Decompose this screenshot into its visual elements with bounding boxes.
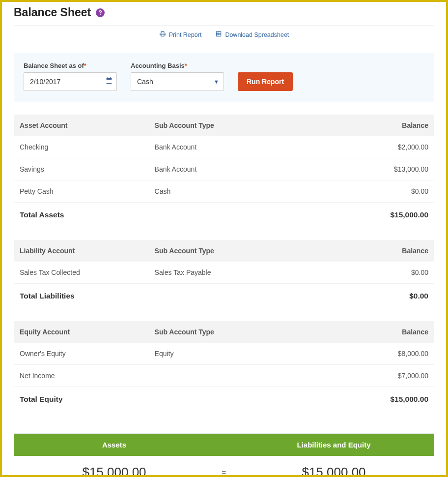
equity-header-bal: Balance <box>306 328 428 336</box>
table-row: Net Income $7,000.00 <box>14 365 434 387</box>
spreadsheet-icon <box>215 30 222 39</box>
page-title-row: Balance Sheet ? <box>14 6 434 19</box>
assets-total-row: Total Assets $15,000.00 <box>14 203 434 227</box>
basis-label: Accounting Basis* <box>131 62 224 69</box>
summary-assets-label: Assets <box>14 434 214 456</box>
cell-name: Net Income <box>20 372 155 380</box>
equity-header-row: Equity Account Sub Account Type Balance <box>14 321 434 343</box>
table-row: Owner's Equity Equity $8,000.00 <box>14 343 434 365</box>
filter-panel: Balance Sheet as of* Accounting Basis* C… <box>14 53 434 102</box>
cell-sub: Bank Account <box>155 165 306 173</box>
table-row: Checking Bank Account $2,000.00 <box>14 136 434 158</box>
assets-section: Asset Account Sub Account Type Balance C… <box>14 115 434 227</box>
cell-sub: Bank Account <box>155 143 306 151</box>
required-star: * <box>185 62 187 69</box>
date-field-group: Balance Sheet as of* <box>24 62 117 91</box>
required-star: * <box>84 62 86 69</box>
cell-sub: Cash <box>155 187 306 195</box>
liabilities-header-row: Liability Account Sub Account Type Balan… <box>14 240 434 262</box>
date-input-wrap <box>24 72 117 91</box>
help-icon[interactable]: ? <box>96 8 105 17</box>
summary-liab-equity-label: Liabilities and Equity <box>234 434 434 456</box>
cell-name: Savings <box>20 165 155 173</box>
summary-panel: Assets Liabilities and Equity $15,000.00… <box>14 433 434 477</box>
download-spreadsheet-link[interactable]: Download Spreadsheet <box>215 30 289 39</box>
page-title: Balance Sheet <box>14 6 91 19</box>
assets-header-bal: Balance <box>306 121 428 129</box>
assets-total-label: Total Assets <box>20 210 306 219</box>
liabilities-section: Liability Account Sub Account Type Balan… <box>14 240 434 308</box>
printer-icon <box>159 30 166 39</box>
actions-row: Print Report Download Spreadsheet <box>14 25 434 44</box>
run-report-button[interactable]: Run Report <box>238 72 293 91</box>
basis-select-wrap: Cash ▼ <box>131 72 224 91</box>
cell-bal: $2,000.00 <box>306 143 428 151</box>
assets-header-sub: Sub Account Type <box>155 121 306 129</box>
summary-header-spacer <box>214 434 234 456</box>
equity-section: Equity Account Sub Account Type Balance … <box>14 321 434 412</box>
summary-liab-equity-value: $15,000.00 <box>234 456 434 477</box>
cell-sub: Sales Tax Payable <box>155 268 306 276</box>
cell-bal: $7,000.00 <box>306 372 428 380</box>
liabilities-header-name: Liability Account <box>20 247 155 255</box>
summary-header: Assets Liabilities and Equity <box>14 434 434 456</box>
download-spreadsheet-label: Download Spreadsheet <box>225 31 289 38</box>
summary-equals: = <box>214 468 234 477</box>
date-input[interactable] <box>24 72 117 91</box>
cell-name: Sales Tax Collected <box>20 268 155 276</box>
print-report-label: Print Report <box>169 31 202 38</box>
cell-bal: $8,000.00 <box>306 350 428 358</box>
basis-field-group: Accounting Basis* Cash ▼ <box>131 62 224 91</box>
assets-header-row: Asset Account Sub Account Type Balance <box>14 115 434 136</box>
cell-sub: Equity <box>155 350 306 358</box>
basis-select[interactable]: Cash <box>131 72 224 91</box>
equity-total-row: Total Equity $15,000.00 <box>14 387 434 412</box>
table-row: Petty Cash Cash $0.00 <box>14 180 434 203</box>
liabilities-header-sub: Sub Account Type <box>155 247 306 255</box>
liabilities-total-value: $0.00 <box>306 292 428 300</box>
assets-header-name: Asset Account <box>20 121 155 129</box>
cell-bal: $0.00 <box>306 268 428 276</box>
assets-total-value: $15,000.00 <box>306 210 428 219</box>
equity-header-sub: Sub Account Type <box>155 328 306 336</box>
equity-total-value: $15,000.00 <box>306 395 428 404</box>
cell-name: Petty Cash <box>20 187 155 195</box>
liabilities-header-bal: Balance <box>306 247 428 255</box>
cell-name: Owner's Equity <box>20 350 155 358</box>
date-label: Balance Sheet as of* <box>24 62 117 69</box>
cell-bal: $13,000.00 <box>306 165 428 173</box>
equity-total-label: Total Equity <box>20 395 306 404</box>
summary-assets-value: $15,000.00 <box>14 456 214 477</box>
table-row: Sales Tax Collected Sales Tax Payable $0… <box>14 262 434 284</box>
summary-body: $15,000.00 = $15,000.00 <box>14 456 434 477</box>
cell-bal: $0.00 <box>306 187 428 195</box>
cell-name: Checking <box>20 143 155 151</box>
cell-sub <box>155 372 306 380</box>
print-report-link[interactable]: Print Report <box>159 30 202 39</box>
equity-header-name: Equity Account <box>20 328 155 336</box>
liabilities-total-row: Total Liabilities $0.00 <box>14 284 434 308</box>
table-row: Savings Bank Account $13,000.00 <box>14 158 434 180</box>
liabilities-total-label: Total Liabilities <box>20 292 306 300</box>
